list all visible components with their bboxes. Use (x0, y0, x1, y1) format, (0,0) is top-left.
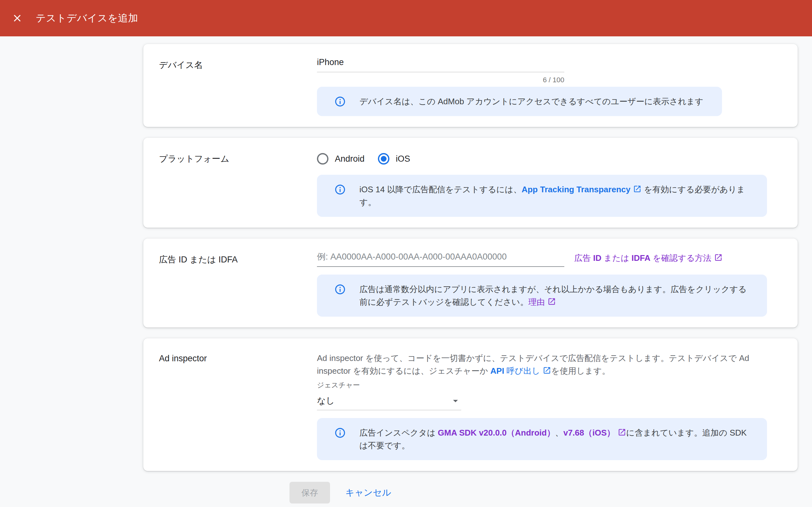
inline-link[interactable]: GMA SDK v20.0.0（Android） (438, 428, 555, 438)
save-button[interactable]: 保存 (290, 482, 330, 504)
inline-link[interactable]: v7.68（iOS） (563, 428, 626, 438)
inline-link[interactable]: IDFA (632, 253, 651, 263)
platform-radio-group: Android iOS (317, 151, 767, 165)
inline-link[interactable]: または (601, 253, 631, 263)
banner-text: 広告インスペクタは GMA SDK v20.0.0（Android）、v7.68… (359, 426, 749, 452)
device-name-input[interactable] (317, 57, 564, 72)
ad-id-field-row: 広告 ID または IDFA を確認する方法 (317, 252, 767, 267)
ad-id-card: 広告 ID または IDFA 広告 ID または IDFA を確認する方法 広告… (143, 238, 798, 328)
ad-id-help-link[interactable]: 広告 ID または IDFA を確認する方法 (574, 252, 723, 263)
device-name-label: デバイス名 (159, 57, 317, 116)
radio-ios[interactable]: iOS (378, 153, 410, 165)
dialog-title: テストデバイスを追加 (36, 11, 138, 25)
text-segment: を使用します。 (551, 366, 610, 376)
inline-link[interactable]: ID (593, 253, 601, 263)
cancel-button[interactable]: キャンセル (342, 485, 394, 501)
info-icon (334, 283, 346, 295)
info-icon (334, 184, 346, 195)
ad-id-content: 広告 ID または IDFA を確認する方法 広告は通常数分以内にアプリに表示さ… (317, 252, 767, 317)
device-name-info-banner: デバイス名は、この AdMob アカウントにアクセスできるすべてのユーザーに表示… (317, 87, 722, 116)
external-link-icon (633, 185, 642, 193)
text-segment: 広告インスペクタは (359, 428, 438, 438)
gesture-select-label: ジェスチャー (317, 380, 767, 390)
platform-card: プラットフォーム Android iOS iOS 14 以降で広告配信をテストす… (143, 138, 798, 228)
banner-text: 広告は通常数分以内にアプリに表示されますが、それ以上かかる場合もあります。広告を… (359, 283, 749, 308)
text-segment: iOS 14 以降で広告配信をテストするには、 (359, 185, 521, 194)
dialog-body: デバイス名 6 / 100 デバイス名は、この AdMob アカウントにアクセス… (143, 44, 798, 504)
info-icon (334, 427, 346, 439)
external-link-icon (547, 297, 556, 306)
text-segment: 、 (555, 428, 563, 438)
text-segment: デバイス名は、この AdMob アカウントにアクセスできるすべてのユーザーに表示… (359, 97, 704, 106)
info-icon (334, 96, 346, 107)
ad-inspector-content: Ad inspector を使って、コードを一切書かずに、テストデバイスで広告配… (317, 352, 767, 460)
radio-android-icon (317, 153, 328, 165)
close-button[interactable] (7, 8, 28, 29)
inline-link[interactable]: API (490, 366, 504, 376)
external-link-icon (543, 366, 551, 375)
gesture-select[interactable]: なし (317, 395, 461, 410)
banner-text: iOS 14 以降で広告配信をテストするには、App Tracking Tran… (359, 183, 749, 209)
inline-link[interactable]: 理由 (528, 297, 556, 307)
ad-id-label: 広告 ID または IDFA (159, 252, 317, 317)
inline-link[interactable]: 広告 (574, 253, 593, 263)
device-name-content: 6 / 100 デバイス名は、この AdMob アカウントにアクセスできるすべて… (317, 57, 767, 116)
ad-inspector-card: Ad inspector Ad inspector を使って、コードを一切書かず… (143, 338, 798, 471)
inline-link[interactable]: App Tracking Transparency (521, 185, 642, 194)
ad-id-input[interactable] (317, 252, 564, 267)
inline-link[interactable]: を確認する方法 (651, 253, 723, 263)
platform-info-banner: iOS 14 以降で広告配信をテストするには、App Tracking Tran… (317, 175, 767, 217)
dialog-footer: 保存 キャンセル (290, 482, 798, 504)
platform-content: Android iOS iOS 14 以降で広告配信をテストするには、App T… (317, 151, 767, 217)
radio-ios-icon (378, 153, 390, 165)
chevron-down-icon (450, 395, 461, 406)
radio-ios-label: iOS (396, 154, 410, 164)
char-counter: 6 / 100 (317, 76, 564, 84)
inline-link[interactable]: 呼び出し (504, 366, 551, 376)
ad-inspector-description: Ad inspector を使って、コードを一切書かずに、テストデバイスで広告配… (317, 352, 767, 377)
ad-inspector-label: Ad inspector (159, 352, 317, 460)
close-icon (11, 12, 23, 24)
gesture-select-value: なし (317, 395, 335, 406)
external-link-icon (714, 253, 723, 262)
ad-id-info-banner: 広告は通常数分以内にアプリに表示されますが、それ以上かかる場合もあります。広告を… (317, 275, 767, 317)
external-link-icon (618, 428, 626, 437)
dialog-header: テストデバイスを追加 (0, 0, 812, 36)
ad-inspector-info-banner: 広告インスペクタは GMA SDK v20.0.0（Android）、v7.68… (317, 418, 767, 460)
radio-android[interactable]: Android (317, 153, 364, 165)
platform-label: プラットフォーム (159, 151, 317, 217)
radio-android-label: Android (335, 154, 364, 164)
banner-text: デバイス名は、この AdMob アカウントにアクセスできるすべてのユーザーに表示… (359, 95, 704, 108)
device-name-card: デバイス名 6 / 100 デバイス名は、この AdMob アカウントにアクセス… (143, 44, 798, 127)
